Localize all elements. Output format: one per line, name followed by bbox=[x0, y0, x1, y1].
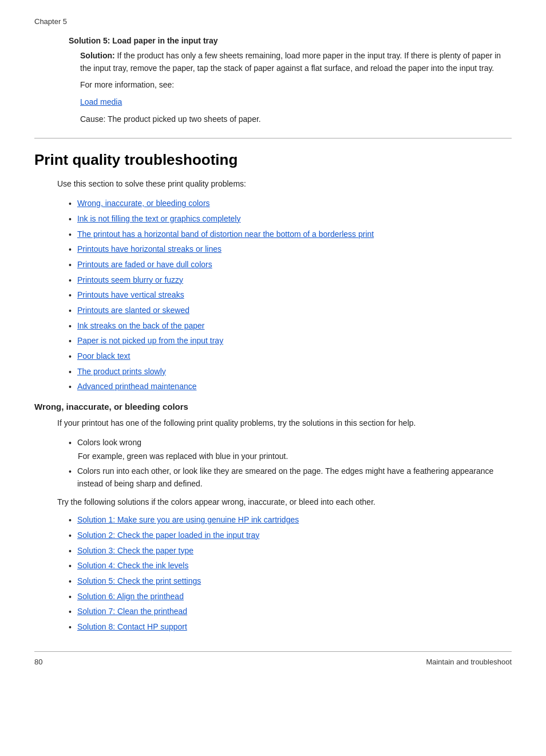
bullet-icon: • bbox=[69, 466, 72, 478]
print-quality-link[interactable]: The printout has a horizontal band of di… bbox=[77, 228, 374, 241]
wrong-colors-intro: If your printout has one of the followin… bbox=[57, 417, 512, 430]
page-container: Chapter 5 Solution 5: Load paper in the … bbox=[0, 0, 546, 689]
try-solutions-text: Try the following solutions if the color… bbox=[57, 496, 512, 509]
bullet-icon: • bbox=[69, 351, 72, 363]
list-item: •The product prints slowly bbox=[69, 366, 512, 379]
list-item: •Solution 8: Contact HP support bbox=[69, 621, 512, 634]
cause-text: The product picked up two sheets of pape… bbox=[105, 114, 260, 124]
wrong-colors-bullets: •Colors look wrongFor example, green was… bbox=[69, 437, 512, 490]
wrong-colors-header: Wrong, inaccurate, or bleeding colors bbox=[34, 402, 512, 411]
bullet-icon: • bbox=[69, 290, 72, 302]
footer-page-number: 80 bbox=[34, 658, 42, 666]
bullet-icon: • bbox=[69, 320, 72, 333]
bullet-icon: • bbox=[69, 514, 72, 527]
for-more-info: For more information, see: bbox=[80, 79, 512, 92]
bullet-icon: • bbox=[69, 560, 72, 573]
list-item: •Solution 1: Make sure you are using gen… bbox=[69, 514, 512, 527]
list-item: •Printouts have horizontal streaks or li… bbox=[69, 243, 512, 256]
list-item: •Paper is not picked up from the input t… bbox=[69, 335, 512, 348]
print-quality-link[interactable]: Advanced printhead maintenance bbox=[77, 381, 197, 393]
load-media-link-container: Load media bbox=[80, 96, 512, 109]
print-quality-link[interactable]: Paper is not picked up from the input tr… bbox=[77, 335, 223, 347]
solution-link[interactable]: Solution 8: Contact HP support bbox=[77, 621, 187, 634]
list-item: •Solution 6: Align the printhead bbox=[69, 591, 512, 604]
list-item: •Printouts seem blurry or fuzzy bbox=[69, 274, 512, 287]
section-intro: Use this section to solve these print qu… bbox=[57, 178, 512, 191]
list-item: •Ink streaks on the back of the paper bbox=[69, 320, 512, 333]
bullet-main-text: Colors look wrong bbox=[77, 437, 141, 449]
print-quality-section: Print quality troubleshooting Use this s… bbox=[34, 151, 512, 394]
print-quality-link[interactable]: Ink is not filling the text or graphics … bbox=[77, 213, 241, 225]
bullet-icon: • bbox=[69, 259, 72, 272]
cause-bold-label: Cause: bbox=[80, 114, 105, 124]
bullet-icon: • bbox=[69, 530, 72, 543]
list-item: •Printouts have vertical streaks bbox=[69, 289, 512, 302]
solution-link[interactable]: Solution 3: Check the paper type bbox=[77, 545, 193, 557]
bullet-icon: • bbox=[69, 213, 72, 226]
list-item: •Printouts are slanted or skewed bbox=[69, 304, 512, 318]
print-quality-link[interactable]: Printouts are faded or have dull colors bbox=[77, 259, 212, 271]
footer-section-label: Maintain and troubleshoot bbox=[426, 658, 512, 666]
print-quality-link[interactable]: Ink streaks on the back of the paper bbox=[77, 320, 205, 333]
wrong-colors-solutions-list: •Solution 1: Make sure you are using gen… bbox=[69, 514, 512, 634]
solution-link[interactable]: Solution 7: Clean the printhead bbox=[77, 605, 187, 618]
bullet-main-text: Colors run into each other, or look like… bbox=[77, 465, 512, 490]
list-item: •Advanced printhead maintenance bbox=[69, 381, 512, 394]
bullet-icon: • bbox=[69, 366, 72, 379]
cause-line: Cause: The product picked up two sheets … bbox=[80, 113, 512, 126]
list-item: •The printout has a horizontal band of d… bbox=[69, 228, 512, 242]
print-quality-link[interactable]: Printouts are slanted or skewed bbox=[77, 304, 189, 317]
bullet-icon: • bbox=[69, 437, 72, 450]
solution-link[interactable]: Solution 1: Make sure you are using genu… bbox=[77, 514, 299, 527]
for-more-info-text: For more information, see: bbox=[80, 80, 174, 89]
list-item: •Poor black text bbox=[69, 350, 512, 363]
print-quality-links-list: •Wrong, inaccurate, or bleeding colors•I… bbox=[69, 197, 512, 394]
bullet-sub-text: For example, green was replaced with blu… bbox=[78, 450, 288, 463]
bullet-icon: • bbox=[69, 198, 72, 211]
bullet-icon: • bbox=[69, 381, 72, 394]
print-quality-link[interactable]: Wrong, inaccurate, or bleeding colors bbox=[77, 197, 210, 210]
print-quality-link[interactable]: Poor black text bbox=[77, 350, 130, 363]
chapter-label: Chapter 5 bbox=[34, 17, 512, 26]
solution-link[interactable]: Solution 4: Check the ink levels bbox=[77, 560, 189, 572]
print-quality-link[interactable]: Printouts have vertical streaks bbox=[77, 289, 184, 302]
section-divider bbox=[34, 138, 512, 138]
solution5-body: Solution: If the product has only a few … bbox=[80, 50, 512, 74]
load-media-link[interactable]: Load media bbox=[80, 97, 122, 106]
bullet-icon: • bbox=[69, 229, 72, 242]
solution-bold-label: Solution: bbox=[80, 51, 115, 60]
bullet-icon: • bbox=[69, 622, 72, 634]
footer: 80 Maintain and troubleshoot bbox=[34, 651, 512, 666]
solution5-header: Solution 5: Load paper in the input tray bbox=[69, 36, 512, 45]
solution-link[interactable]: Solution 5: Check the print settings bbox=[77, 575, 201, 588]
print-quality-link[interactable]: The product prints slowly bbox=[77, 366, 166, 378]
list-item: •Solution 2: Check the paper loaded in t… bbox=[69, 529, 512, 543]
list-item: •Solution 4: Check the ink levels bbox=[69, 560, 512, 573]
list-item: •Solution 5: Check the print settings bbox=[69, 575, 512, 588]
solution-link[interactable]: Solution 6: Align the printhead bbox=[77, 591, 184, 603]
bullet-icon: • bbox=[69, 244, 72, 256]
top-section: Solution 5: Load paper in the input tray… bbox=[34, 36, 512, 125]
bullet-icon: • bbox=[69, 335, 72, 348]
wrong-colors-section: Wrong, inaccurate, or bleeding colors If… bbox=[34, 402, 512, 634]
list-item: •Colors look wrongFor example, green was… bbox=[69, 437, 512, 463]
list-item: •Printouts are faded or have dull colors bbox=[69, 259, 512, 272]
solution-link[interactable]: Solution 2: Check the paper loaded in th… bbox=[77, 529, 259, 542]
bullet-icon: • bbox=[69, 606, 72, 619]
print-quality-link[interactable]: Printouts have horizontal streaks or lin… bbox=[77, 243, 221, 256]
list-item: •Wrong, inaccurate, or bleeding colors bbox=[69, 197, 512, 211]
solution5-text: If the product has only a few sheets rem… bbox=[80, 51, 501, 73]
section-title: Print quality troubleshooting bbox=[34, 151, 512, 169]
list-item: •Ink is not filling the text or graphics… bbox=[69, 213, 512, 226]
list-item: •Colors run into each other, or look lik… bbox=[69, 465, 512, 490]
bullet-icon: • bbox=[69, 545, 72, 558]
print-quality-link[interactable]: Printouts seem blurry or fuzzy bbox=[77, 274, 183, 287]
bullet-icon: • bbox=[69, 305, 72, 318]
bullet-icon: • bbox=[69, 591, 72, 604]
list-item: •Solution 3: Check the paper type bbox=[69, 545, 512, 558]
bullet-icon: • bbox=[69, 576, 72, 588]
bullet-icon: • bbox=[69, 275, 72, 287]
list-item: •Solution 7: Clean the printhead bbox=[69, 605, 512, 619]
